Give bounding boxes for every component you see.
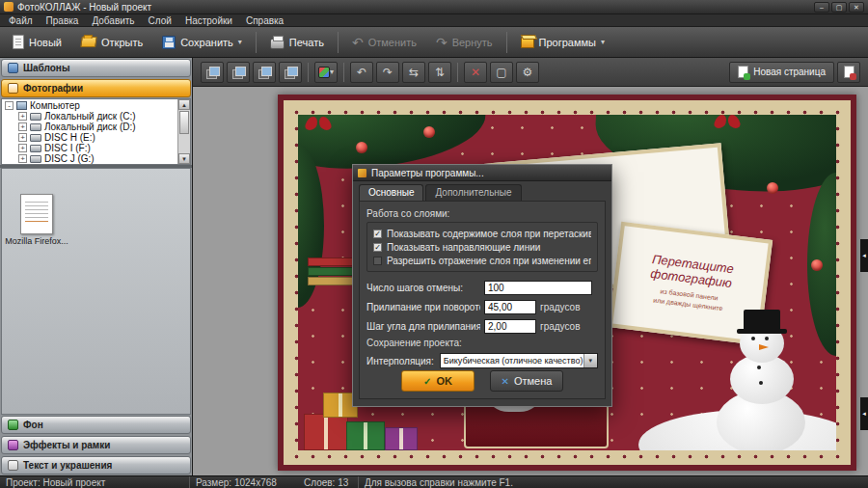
checkbox-label: Показывать направляющие линии	[387, 242, 540, 253]
undo-steps-input[interactable]	[484, 281, 592, 295]
send-backward-button[interactable]	[253, 62, 276, 83]
toolbar-separator	[256, 32, 257, 53]
rotate-right-button[interactable]: ↷	[376, 62, 399, 83]
expander-icon[interactable]: -	[5, 101, 14, 110]
tree-item-disk-f[interactable]: + DISC I (F:)	[5, 143, 176, 153]
send-to-back-button[interactable]	[279, 62, 302, 83]
expander-icon[interactable]: +	[18, 154, 27, 163]
right-panel-toggle-top[interactable]: ◂	[860, 239, 868, 272]
undo-icon: ↶	[352, 36, 364, 49]
save-dropdown-icon[interactable]: ▾	[238, 38, 242, 46]
status-layers: Слоев: 13	[298, 477, 358, 488]
tree-item-disk-g[interactable]: + DISC J (G:)	[5, 153, 176, 164]
tree-item-disk-h[interactable]: + DISC K (H:)	[5, 164, 176, 165]
tree-item-disk-c[interactable]: + Локальный диск (C:)	[5, 111, 176, 122]
sidebar-item-text-decor[interactable]: Текст и украшения	[1, 456, 191, 474]
chevron-down-icon[interactable]: ▾	[583, 354, 597, 367]
tree-item-disk-e[interactable]: + DISC H (E:)	[5, 132, 176, 143]
flip-vertical-button[interactable]: ⇅	[428, 62, 451, 83]
cancel-button[interactable]: ✕ Отмена	[490, 370, 563, 392]
checkbox-show-guides[interactable]: ✓	[373, 243, 382, 252]
tree-item-computer[interactable]: - Компьютер	[5, 100, 176, 111]
print-button[interactable]: Печать	[261, 30, 333, 55]
toolbar-separator	[338, 32, 339, 53]
expander-icon[interactable]: +	[18, 144, 27, 152]
rotate-left-icon: ↶	[357, 66, 366, 79]
flip-vertical-icon: ⇅	[435, 66, 445, 79]
layer-settings-button[interactable]: ⚙	[516, 62, 539, 83]
menu-item-edit[interactable]: Правка	[40, 14, 86, 27]
interpolation-select[interactable]: Бикубическая (отличное качество) ▾	[440, 353, 598, 368]
new-button[interactable]: Новый	[4, 30, 70, 55]
undo-steps-row: Число шагов отмены:	[366, 278, 598, 297]
expander-icon[interactable]: +	[18, 112, 27, 121]
sidebar-item-photos[interactable]: Фотографии	[1, 79, 191, 97]
layer-snowman[interactable]	[709, 308, 815, 450]
redo-button[interactable]: ↷ Вернуть	[427, 30, 502, 55]
tree-item-disk-d[interactable]: + Локальный диск (D:)	[5, 122, 176, 132]
tree-scrollbar[interactable]: ▲ ▼	[177, 99, 190, 164]
checkbox-allow-flip[interactable]	[373, 257, 382, 265]
dialog-icon	[358, 169, 366, 177]
dialog-tabs: Основные Дополнительные	[353, 181, 611, 201]
bring-to-front-button[interactable]	[201, 62, 224, 83]
menu-item-layer[interactable]: Слой	[142, 14, 178, 27]
interpolation-label: Интерполяция:	[366, 356, 434, 366]
sidebar-item-effects[interactable]: Эффекты и рамки	[1, 436, 191, 454]
ornament-icon	[423, 126, 435, 138]
programs-button[interactable]: Программы ▾	[512, 30, 613, 55]
delete-page-button[interactable]	[837, 62, 860, 83]
undo-button[interactable]: ↶ Отменить	[343, 30, 425, 55]
dialog-title-bar[interactable]: Параметры программы...	[353, 165, 611, 181]
close-button[interactable]: ✕	[849, 2, 864, 13]
delete-layer-button[interactable]: ✕	[464, 62, 487, 83]
crop-button[interactable]: ▢	[490, 62, 513, 83]
snap-angle-input[interactable]	[484, 300, 536, 314]
minimize-button[interactable]: –	[814, 2, 829, 13]
text-icon	[8, 460, 18, 471]
menu-bar: Файл Правка Добавить Слой Настройки Спра…	[0, 14, 868, 27]
bow-icon	[715, 115, 740, 128]
maximize-button[interactable]: ▢	[831, 2, 847, 13]
rotate-right-icon: ↷	[383, 66, 393, 79]
flip-horizontal-button[interactable]: ⇆	[402, 62, 425, 83]
dialog-body: Работа со слоями: ✓ Показывать содержимо…	[359, 201, 606, 399]
save-group-label: Сохранение проекта:	[366, 338, 598, 348]
bring-forward-button[interactable]	[227, 62, 250, 83]
menu-item-help[interactable]: Справка	[239, 14, 290, 27]
menu-item-settings[interactable]: Настройки	[178, 14, 239, 27]
save-icon	[162, 36, 176, 49]
tab-additional[interactable]: Дополнительные	[425, 184, 521, 201]
layer-books[interactable]	[308, 258, 354, 286]
new-page-button[interactable]: Новая страница	[729, 62, 834, 83]
status-size: Размер: 1024x768	[190, 477, 298, 488]
appearance-menu-button[interactable]: ▾	[314, 62, 338, 83]
menu-item-file[interactable]: Файл	[2, 14, 40, 27]
options-dialog: Параметры программы... Основные Дополнит…	[352, 164, 612, 407]
expander-icon[interactable]: +	[18, 122, 27, 131]
templates-icon	[8, 63, 18, 73]
checkbox-show-layer-content[interactable]: ✓	[373, 230, 382, 238]
window-title: ФотоКОЛЛАЖ - Новый проект	[17, 2, 810, 13]
sidebar-item-templates[interactable]: Шаблоны	[1, 59, 191, 77]
save-button[interactable]: Сохранить ▾	[153, 30, 251, 55]
checkbox-row: Разрешить отражение слоя при изменении е…	[373, 254, 591, 267]
open-button[interactable]: Открыть	[72, 30, 151, 55]
toolbar-separator	[506, 32, 507, 53]
scroll-up-icon[interactable]: ▲	[178, 99, 190, 110]
scroll-down-icon[interactable]: ▼	[178, 153, 190, 164]
delete-icon: ✕	[471, 66, 480, 79]
scrollbar-thumb[interactable]	[179, 111, 189, 134]
right-panel-toggle-bottom[interactable]: ◂	[860, 397, 868, 430]
ok-button[interactable]: ✓ OK	[401, 370, 475, 392]
title-bar[interactable]: ФотоКОЛЛАЖ - Новый проект – ▢ ✕	[0, 0, 868, 14]
menu-item-add[interactable]: Добавить	[85, 14, 141, 27]
tab-main[interactable]: Основные	[359, 184, 423, 201]
angle-step-input[interactable]	[484, 319, 536, 334]
collapse-arrow-icon: ◂	[862, 252, 866, 259]
rotate-left-button[interactable]: ↶	[350, 62, 373, 83]
photo-thumbnail[interactable]: Mozilla Firefox...	[10, 194, 64, 246]
expander-icon[interactable]: +	[18, 133, 27, 142]
programs-dropdown-icon[interactable]: ▾	[601, 38, 605, 46]
sidebar-item-background[interactable]: Фон	[1, 416, 191, 434]
